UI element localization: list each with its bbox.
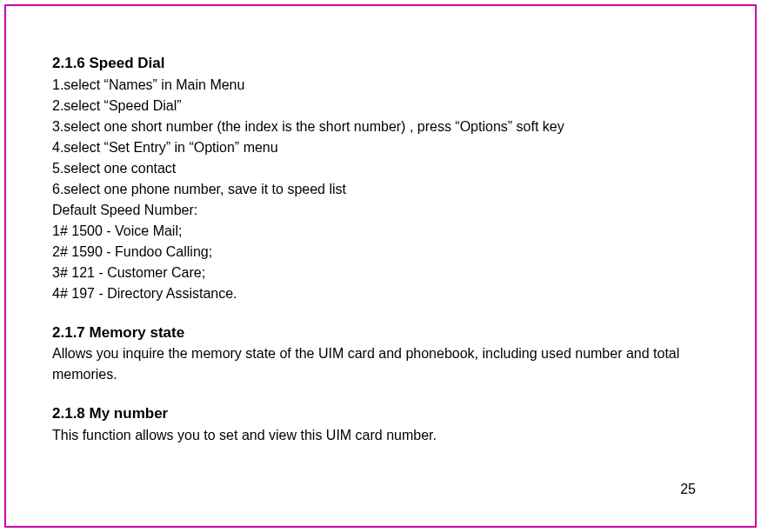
heading-memory-state: 2.1.7 Memory state bbox=[52, 322, 709, 344]
page-content: 2.1.6 Speed Dial 1.select “Names” in Mai… bbox=[52, 52, 709, 446]
default-1: 1# 1500 - Voice Mail; bbox=[52, 221, 709, 242]
spacer bbox=[52, 304, 709, 322]
my-number-body: This function allows you to set and view… bbox=[52, 425, 709, 446]
default-speed-label: Default Speed Number: bbox=[52, 200, 709, 221]
step-4: 4.select “Set Entry” in “Option” menu bbox=[52, 137, 709, 158]
default-2: 2# 1590 - Fundoo Calling; bbox=[52, 242, 709, 263]
heading-my-number: 2.1.8 My number bbox=[52, 402, 709, 425]
step-1: 1.select “Names” in Main Menu bbox=[52, 75, 709, 96]
step-2: 2.select “Speed Dial” bbox=[52, 96, 709, 116]
default-4: 4# 197 - Directory Assistance. bbox=[52, 283, 709, 304]
page-number: 25 bbox=[680, 482, 696, 497]
step-6: 6.select one phone number, save it to sp… bbox=[52, 179, 709, 200]
memory-state-body: Allows you inquire the memory state of t… bbox=[52, 343, 709, 385]
heading-speed-dial: 2.1.6 Speed Dial bbox=[52, 52, 709, 75]
step-3: 3.select one short number (the index is … bbox=[52, 116, 709, 137]
step-5: 5.select one contact bbox=[52, 158, 709, 179]
spacer bbox=[52, 385, 709, 402]
default-3: 3# 121 - Customer Care; bbox=[52, 263, 709, 283]
